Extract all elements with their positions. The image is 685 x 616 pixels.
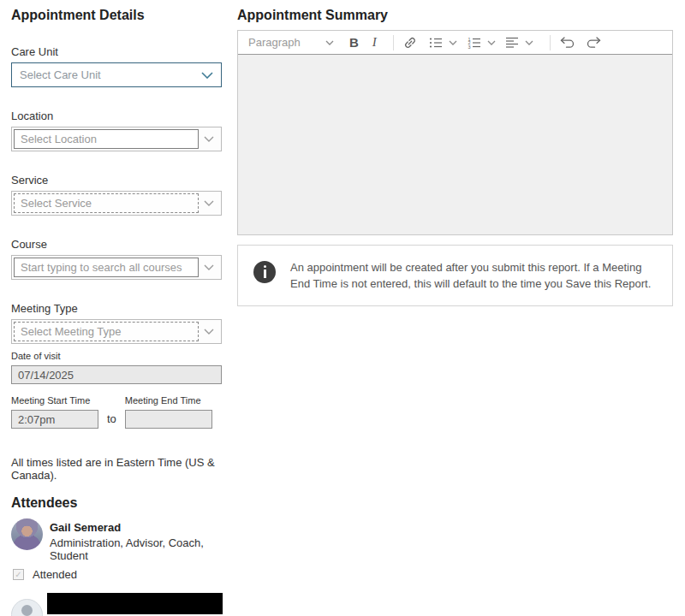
redo-icon <box>586 37 601 48</box>
service-combobox <box>11 191 222 216</box>
course-field: Course <box>11 238 222 280</box>
bullet-list-icon <box>429 37 443 49</box>
attended-row: ✓ Attended <box>13 568 222 581</box>
service-field: Service <box>11 174 222 216</box>
course-search-input[interactable] <box>14 258 199 277</box>
attendees-title: Attendees <box>11 495 222 511</box>
course-combobox <box>11 255 222 280</box>
chevron-down-icon <box>525 40 533 45</box>
paragraph-style-value: Paragraph <box>248 36 325 49</box>
care-unit-selected-value: Select Care Unit <box>20 68 201 81</box>
avatar-placeholder <box>11 599 43 616</box>
appointment-summary-section: Appointment Summary Paragraph B I <box>237 0 673 616</box>
meeting-type-combobox <box>11 319 222 344</box>
chevron-down-icon <box>204 136 214 142</box>
info-icon <box>253 261 276 283</box>
attendee-row: Biology <box>11 593 222 616</box>
service-dropdown-button[interactable] <box>199 193 219 213</box>
attendee-roles: Administration, Advisor, Coach, Student <box>50 536 222 562</box>
meeting-time-row: Meeting Start Time to Meeting End Time <box>11 395 222 429</box>
time-to-separator: to <box>107 412 116 425</box>
meeting-type-field: Meeting Type <box>11 302 222 344</box>
bullet-list-dropdown[interactable] <box>447 38 459 47</box>
date-of-visit-field: Date of visit <box>11 351 222 384</box>
numbered-list-icon: 123 <box>468 37 481 49</box>
meeting-type-input[interactable] <box>14 322 199 341</box>
bullet-list-button[interactable] <box>427 35 444 50</box>
info-message-box: An appointment will be created after you… <box>237 245 673 306</box>
chevron-down-icon <box>201 72 213 79</box>
date-of-visit-label: Date of visit <box>11 351 222 362</box>
care-unit-label: Care Unit <box>11 45 222 58</box>
service-input[interactable] <box>14 193 199 213</box>
meeting-end-field: Meeting End Time <box>125 395 212 429</box>
chevron-down-icon <box>449 40 457 45</box>
paragraph-style-select[interactable]: Paragraph <box>248 36 334 49</box>
editor-toolbar: Paragraph B I 123 <box>238 31 672 55</box>
attended-checkbox[interactable]: ✓ <box>13 569 24 580</box>
location-label: Location <box>11 110 222 122</box>
align-text-icon <box>506 37 519 48</box>
appointment-details-section: Appointment Details Care Unit Select Car… <box>11 0 222 616</box>
course-label: Course <box>11 238 222 251</box>
location-combobox <box>11 127 222 151</box>
location-field: Location <box>11 110 222 151</box>
attended-label: Attended <box>33 568 77 581</box>
meeting-end-label: Meeting End Time <box>125 395 212 406</box>
text-align-button[interactable] <box>504 35 521 50</box>
chevron-down-icon <box>487 40 496 45</box>
summary-editor-content[interactable] <box>238 55 672 234</box>
meeting-start-input[interactable] <box>11 410 98 429</box>
date-of-visit-input[interactable] <box>11 365 222 384</box>
redacted-name <box>47 593 223 614</box>
chevron-down-icon <box>325 40 334 45</box>
undo-button[interactable] <box>558 35 577 50</box>
redo-button[interactable] <box>584 35 603 50</box>
meeting-start-label: Meeting Start Time <box>11 395 98 406</box>
care-unit-select[interactable]: Select Care Unit <box>11 62 222 87</box>
course-dropdown-button[interactable] <box>199 258 219 277</box>
timezone-note: All times listed are in Eastern Time (US… <box>11 456 222 482</box>
numbered-list-button[interactable]: 123 <box>466 35 483 50</box>
appointment-details-title: Appointment Details <box>11 7 222 23</box>
bold-button[interactable]: B <box>348 33 360 51</box>
undo-icon <box>560 37 575 48</box>
appointment-summary-title: Appointment Summary <box>237 7 673 23</box>
text-align-dropdown[interactable] <box>523 38 535 47</box>
chevron-down-icon <box>204 329 214 335</box>
svg-text:3: 3 <box>468 44 470 49</box>
info-message-text: An appointment will be created after you… <box>290 258 658 292</box>
numbered-list-dropdown[interactable] <box>485 38 497 47</box>
attendee-name: Gail Semerad <box>50 521 222 534</box>
link-button[interactable] <box>402 34 419 51</box>
location-dropdown-button[interactable] <box>199 129 219 149</box>
attendee-row: Gail Semerad Administration, Advisor, Co… <box>11 518 222 562</box>
rich-text-editor: Paragraph B I 123 <box>237 30 673 235</box>
chevron-down-icon <box>204 264 214 270</box>
care-unit-field: Care Unit Select Care Unit <box>11 45 222 87</box>
meeting-end-input[interactable] <box>125 410 212 429</box>
chevron-down-icon <box>204 200 214 206</box>
service-label: Service <box>11 174 222 187</box>
link-icon <box>403 36 417 50</box>
toolbar-divider <box>550 35 551 50</box>
meeting-type-dropdown-button[interactable] <box>199 322 219 341</box>
attendee-info: Gail Semerad Administration, Advisor, Co… <box>50 518 222 562</box>
check-icon: ✓ <box>15 571 21 579</box>
location-input[interactable] <box>14 129 199 149</box>
avatar <box>11 518 43 550</box>
italic-button[interactable]: I <box>371 33 378 51</box>
appointment-report-page: Appointment Details Care Unit Select Car… <box>0 0 685 616</box>
meeting-type-label: Meeting Type <box>11 302 222 315</box>
toolbar-divider <box>393 35 394 50</box>
meeting-start-field: Meeting Start Time <box>11 395 98 429</box>
